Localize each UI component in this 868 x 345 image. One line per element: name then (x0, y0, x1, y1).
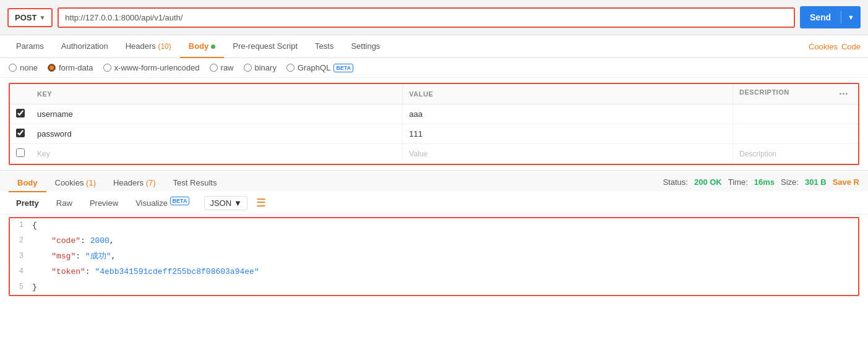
raw-label: raw (221, 63, 234, 72)
resp-headers-badge: (7) (146, 178, 156, 187)
radio-urlencoded[interactable] (103, 64, 111, 72)
table-header-row: KEY VALUE DESCRIPTION ··· (10, 84, 858, 104)
newrow-checkbox-cell (10, 144, 31, 164)
json-lines: 1 { 2 "code": 2000, 3 "msg": "成功", 4 "to… (10, 218, 858, 295)
row1-key[interactable]: username (31, 104, 403, 124)
form-table: KEY VALUE DESCRIPTION ··· username aaa (10, 84, 858, 164)
method-select[interactable]: POST ▼ (7, 8, 53, 27)
graphql-beta-badge: BETA (333, 64, 353, 72)
tab-headers-label: Headers (126, 41, 158, 51)
fmt-tab-pretty[interactable]: Pretty (9, 196, 46, 210)
json-line-5: 5 } (10, 280, 858, 296)
response-tabs: Body Cookies (1) Headers (7) Test Result… (0, 170, 868, 192)
visualize-label: Visualize (135, 198, 168, 208)
row2-checkbox-cell (10, 124, 31, 144)
option-binary[interactable]: binary (244, 63, 277, 72)
json-val-token: "4ebb341591cdeff255bc8f08603a94ee" (95, 267, 259, 276)
method-label: POST (15, 13, 37, 22)
json-line-3: 3 "msg": "成功", (10, 249, 858, 265)
line-num-1: 1 (10, 219, 32, 231)
radio-raw[interactable] (210, 64, 218, 72)
row2-value[interactable]: 111 (403, 124, 733, 144)
option-urlencoded[interactable]: x-www-form-urlencoded (103, 63, 200, 72)
option-none[interactable]: none (9, 63, 38, 72)
status-value: 200 OK (694, 177, 722, 187)
json-format-select[interactable]: JSON ▼ (204, 196, 247, 210)
json-key-token: "token" (51, 267, 85, 276)
radio-none[interactable] (9, 64, 17, 72)
json-key-code: "code" (51, 236, 80, 245)
binary-label: binary (255, 63, 277, 72)
resp-tab-body-label: Body (17, 178, 38, 187)
urlencoded-label: x-www-form-urlencoded (114, 63, 200, 72)
tab-body[interactable]: Body (180, 35, 225, 58)
tab-tests[interactable]: Tests (306, 35, 342, 58)
th-value: VALUE (403, 84, 733, 104)
json-line-2: 2 "code": 2000, (10, 234, 858, 249)
body-dot (211, 45, 215, 49)
fmt-tab-visualize[interactable]: Visualize BETA (128, 195, 197, 210)
line-num-2: 2 (10, 235, 32, 247)
json-line-1: 1 { (10, 218, 858, 234)
tab-authorization[interactable]: Authorization (53, 35, 117, 58)
fmt-tab-raw[interactable]: Raw (49, 196, 80, 210)
resp-tab-cookies[interactable]: Cookies (1) (46, 174, 105, 192)
row2-key[interactable]: password (31, 124, 403, 144)
tab-settings[interactable]: Settings (342, 35, 389, 58)
line-content-4: "token": "4ebb341591cdeff255bc8f08603a94… (32, 266, 858, 279)
save-response-button[interactable]: Save R (833, 177, 859, 187)
send-button[interactable]: Send ▼ (800, 6, 861, 28)
send-chevron-icon[interactable]: ▼ (841, 14, 861, 21)
size-label: Size: (781, 177, 799, 187)
line-content-1: { (32, 219, 858, 232)
tab-pre-request[interactable]: Pre-request Script (224, 35, 306, 58)
resp-tab-body[interactable]: Body (9, 174, 46, 192)
table-row: password 111 (10, 124, 858, 144)
resp-tab-test-results-label: Test Results (173, 178, 217, 187)
row1-value[interactable]: aaa (403, 104, 733, 124)
more-options-button[interactable]: ··· (835, 88, 852, 100)
json-select-chevron-icon: ▼ (234, 198, 242, 208)
resp-tab-headers[interactable]: Headers (7) (105, 174, 165, 192)
code-link[interactable]: Code (841, 42, 861, 51)
option-graphql[interactable]: GraphQL BETA (286, 63, 353, 72)
newrow-key[interactable]: Key (31, 144, 403, 164)
newrow-checkbox[interactable] (16, 148, 25, 157)
line-content-5: } (32, 281, 858, 294)
resp-tab-headers-label: Headers (113, 178, 146, 187)
tab-headers[interactable]: Headers (10) (117, 35, 180, 58)
row2-checkbox[interactable] (16, 129, 25, 137)
form-data-label: form-data (59, 63, 93, 72)
radio-graphql[interactable] (286, 64, 294, 72)
method-chevron-icon: ▼ (39, 14, 45, 21)
wrap-icon[interactable]: ☰ (256, 196, 266, 210)
url-bar: POST ▼ Send ▼ (0, 0, 868, 35)
fmt-tab-preview[interactable]: Preview (82, 196, 126, 210)
tab-params[interactable]: Params (7, 35, 53, 58)
resp-tab-test-results[interactable]: Test Results (165, 174, 226, 192)
graphql-label: GraphQL (298, 63, 330, 72)
response-status-row: Status: 200 OK Time: 16ms Size: 301 B Sa… (663, 177, 859, 189)
cookies-link[interactable]: Cookies (809, 42, 838, 51)
option-form-data[interactable]: form-data (48, 63, 93, 72)
row2-description[interactable] (733, 124, 858, 144)
line-num-4: 4 (10, 266, 32, 278)
radio-binary[interactable] (244, 64, 252, 72)
line-content-3: "msg": "成功", (32, 250, 858, 263)
json-val-msg: "成功" (85, 252, 111, 261)
json-line-4: 4 "token": "4ebb341591cdeff255bc8f08603a… (10, 265, 858, 280)
newrow-description[interactable]: Description (733, 144, 858, 164)
option-raw[interactable]: raw (210, 63, 234, 72)
radio-form-data[interactable] (48, 64, 56, 72)
row1-description[interactable] (733, 104, 858, 124)
row1-checkbox[interactable] (16, 109, 25, 117)
tab-body-label: Body (189, 41, 209, 51)
newrow-value[interactable]: Value (403, 144, 733, 164)
json-val-code: 2000 (90, 236, 110, 245)
line-content-2: "code": 2000, (32, 235, 858, 248)
url-input[interactable] (59, 9, 794, 27)
row1-checkbox-cell (10, 104, 31, 124)
send-label: Send (800, 12, 841, 22)
url-input-wrapper (58, 7, 795, 28)
tabs-right-links: Cookies Code (809, 42, 861, 51)
